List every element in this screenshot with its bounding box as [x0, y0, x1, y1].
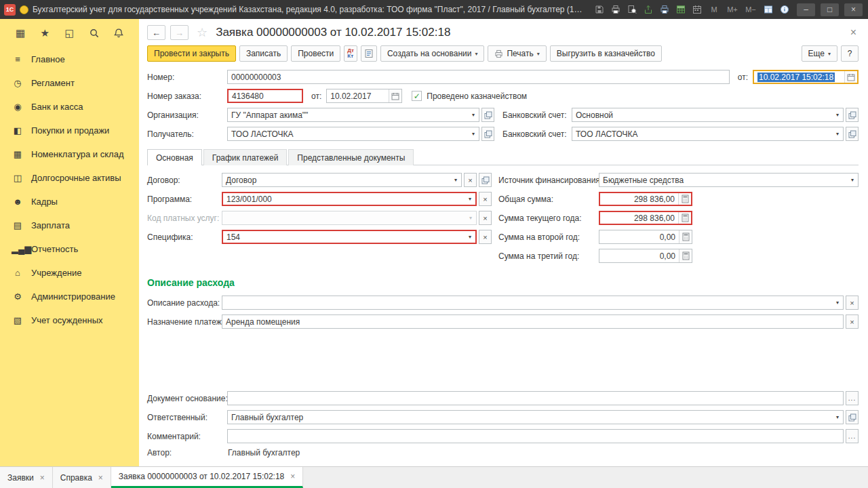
clear-button[interactable]: ×	[464, 173, 477, 187]
maximize-button[interactable]: □	[821, 3, 839, 16]
program-field[interactable]: 123/001/000 ▾	[222, 192, 477, 206]
print-button[interactable]: Печать▾	[488, 45, 546, 62]
treasury-posted-checkbox[interactable]: ✓	[412, 91, 422, 101]
total-amount-field[interactable]: 298 836,00	[599, 192, 692, 206]
clear-button[interactable]: ×	[846, 296, 859, 310]
choose-button[interactable]: ...	[846, 429, 859, 443]
dropdown-icon[interactable]: ▾	[468, 127, 479, 140]
post-and-close-button[interactable]: Провести и закрыть	[147, 45, 236, 62]
dropdown-icon[interactable]: ▾	[468, 108, 479, 121]
open-button[interactable]	[846, 127, 859, 141]
clear-button[interactable]: ×	[846, 314, 859, 329]
open-button[interactable]	[479, 173, 492, 187]
choose-button[interactable]: ...	[846, 391, 859, 405]
favorites-star-icon[interactable]: ★	[38, 27, 52, 39]
dropdown-icon[interactable]: ▾	[832, 296, 843, 309]
payment-purpose-field[interactable]: Аренда помещения	[222, 314, 844, 329]
windows-panel-icon[interactable]	[761, 3, 775, 16]
memory-minus-button[interactable]: M−	[743, 5, 759, 14]
payee-bank-account-field[interactable]: ТОО ЛАСТОЧКА ▾	[572, 127, 844, 141]
document-structure-button[interactable]	[361, 45, 377, 62]
sidebar-item-hr[interactable]: ☻Кадры	[0, 190, 139, 214]
dropdown-icon[interactable]: ▾	[465, 231, 475, 243]
sidebar-item-main[interactable]: ≡Главное	[0, 47, 139, 71]
create-based-on-button[interactable]: Создать на основании▾	[380, 45, 485, 62]
calendar-picker-icon[interactable]	[389, 89, 401, 102]
calculator-icon[interactable]	[678, 212, 691, 224]
sidebar-item-institution[interactable]: ⌂Учреждение	[0, 261, 139, 285]
third-year-amount-field[interactable]: 0,00	[599, 249, 692, 263]
print-form-icon[interactable]	[657, 3, 671, 16]
more-button[interactable]: Еще▾	[802, 45, 837, 62]
sidebar-item-long-term-assets[interactable]: ◫Долгосрочные активы	[0, 166, 139, 190]
close-tab-icon[interactable]: ×	[290, 472, 295, 481]
export-treasury-button[interactable]: Выгрузить в казначейство	[550, 45, 662, 62]
specifics-field[interactable]: 154 ▾	[222, 230, 477, 244]
dropdown-icon[interactable]: ▾	[832, 411, 843, 424]
dropdown-icon[interactable]: ▾	[450, 174, 461, 186]
save-button[interactable]: Записать	[239, 45, 288, 62]
comment-field[interactable]	[227, 429, 844, 443]
calculator-icon[interactable]	[679, 230, 692, 243]
print-icon[interactable]	[608, 3, 623, 16]
basis-document-field[interactable]	[227, 391, 844, 405]
close-window-button[interactable]: ×	[844, 3, 863, 16]
sidebar-item-administration[interactable]: ⚙Администрирование	[0, 285, 139, 308]
notifications-bell-icon[interactable]	[112, 28, 125, 39]
dropdown-icon[interactable]: ▾	[832, 108, 843, 121]
bottom-tab-spravka[interactable]: Справка ×	[53, 467, 111, 488]
memory-button[interactable]: M	[706, 5, 722, 14]
responsible-field[interactable]: Главный бухгалтер ▾	[227, 410, 844, 424]
dropdown-icon[interactable]: ▾	[465, 193, 475, 205]
payee-field[interactable]: ТОО ЛАСТОЧКА ▾	[227, 127, 479, 141]
calendar-icon[interactable]	[690, 3, 704, 16]
sidebar-item-bank-cash[interactable]: ◉Банк и касса	[0, 95, 139, 119]
number-field[interactable]: 00000000003	[227, 70, 730, 84]
search-icon[interactable]	[87, 28, 101, 39]
close-tab-icon[interactable]: ×	[40, 473, 45, 483]
sidebar-item-salary[interactable]: ▤Зарплата	[0, 214, 139, 237]
tab-main[interactable]: Основная	[147, 149, 202, 165]
date-field[interactable]: 10.02.2017 15:02:18	[753, 70, 859, 84]
funding-source-field[interactable]: Бюджетные средства ▾	[599, 173, 859, 187]
sidebar-item-purchases-sales[interactable]: ◧Покупки и продажи	[0, 119, 139, 142]
help-button[interactable]: ?	[841, 45, 859, 62]
dropdown-icon[interactable]: ▾	[832, 127, 843, 140]
organization-field[interactable]: ГУ "Аппарат акима"" ▾	[227, 108, 479, 122]
order-number-field[interactable]: 4136480	[227, 89, 303, 103]
post-button[interactable]: Провести	[291, 45, 340, 62]
bottom-tab-zayavki[interactable]: Заявки ×	[0, 467, 53, 488]
close-tab-icon[interactable]: ×	[98, 473, 103, 483]
close-form-icon[interactable]: ×	[848, 26, 859, 39]
clear-button[interactable]: ×	[479, 211, 492, 225]
tab-payment-schedule[interactable]: График платежей	[203, 149, 288, 165]
bank-account-field[interactable]: Основной ▾	[572, 108, 844, 122]
info-icon[interactable]	[777, 3, 791, 16]
contract-field[interactable]: Договор ▾	[222, 173, 462, 187]
favorite-star-icon[interactable]: ☆	[197, 25, 208, 40]
open-button[interactable]	[846, 410, 859, 424]
print-preview-icon[interactable]	[625, 3, 639, 16]
clear-button[interactable]: ×	[479, 192, 492, 206]
sidebar-item-reports[interactable]: ▂▄▆Отчетность	[0, 237, 139, 261]
sidebar-item-convicts[interactable]: ▧Учет осужденных	[0, 308, 139, 332]
recent-windows-icon[interactable]: ◱	[63, 27, 77, 39]
memory-plus-button[interactable]: M+	[724, 5, 741, 14]
open-button[interactable]	[481, 108, 494, 122]
sidebar-item-nomenclature-warehouse[interactable]: ▦Номенклатура и склад	[0, 142, 139, 166]
open-button[interactable]	[846, 108, 859, 122]
apps-grid-icon[interactable]: ▦	[14, 27, 27, 39]
open-button[interactable]	[481, 127, 494, 141]
clear-button[interactable]: ×	[479, 230, 492, 244]
table-icon[interactable]	[673, 3, 688, 16]
second-year-amount-field[interactable]: 0,00	[599, 230, 692, 244]
forward-button[interactable]: →	[170, 25, 189, 40]
export-icon[interactable]	[641, 3, 655, 16]
calculator-icon[interactable]	[679, 249, 692, 262]
dropdown-icon[interactable]: ▾	[465, 211, 476, 224]
minimize-button[interactable]: –	[797, 3, 815, 16]
show-postings-button[interactable]: ДтКт	[344, 45, 357, 62]
expense-description-field[interactable]: ▾	[222, 296, 844, 310]
current-year-amount-field[interactable]: 298 836,00	[599, 211, 692, 225]
dropdown-icon[interactable]: ▾	[847, 174, 858, 186]
